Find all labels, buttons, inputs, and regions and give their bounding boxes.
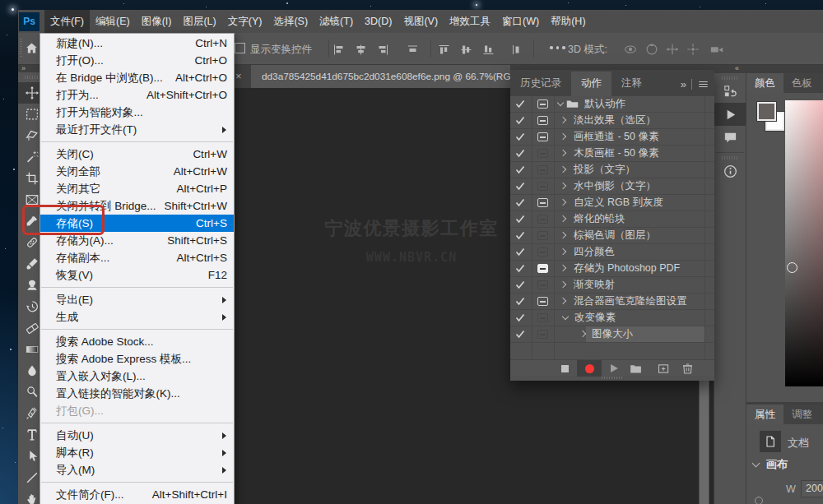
notes-panel-icon[interactable]: [714, 126, 746, 149]
action-expand-icon[interactable]: [560, 133, 566, 140]
action-dialog-toggle[interactable]: [537, 116, 548, 125]
align-a-vcenter-icon[interactable]: [460, 44, 472, 59]
action-row[interactable]: 木质画框 - 50 像素: [510, 146, 714, 162]
photoshop-logo[interactable]: Ps: [19, 12, 40, 31]
action-dialog-toggle[interactable]: [537, 330, 548, 339]
action-enabled-check-icon[interactable]: [515, 231, 525, 240]
align-a-left-icon[interactable]: [332, 44, 345, 59]
action-enabled-check-icon[interactable]: [515, 182, 525, 191]
file-menu-item[interactable]: 关闭其它Alt+Ctrl+P: [40, 180, 234, 197]
file-menu-item[interactable]: 最近打开文件(T): [40, 121, 234, 138]
action-row[interactable]: 图像大小: [510, 326, 714, 343]
action-dialog-toggle[interactable]: [537, 149, 548, 158]
action-dialog-toggle[interactable]: [537, 99, 548, 109]
color-picker-ramp[interactable]: [785, 100, 823, 386]
panel-tab-动作[interactable]: 动作: [571, 72, 611, 96]
stop-recording-button[interactable]: [561, 365, 569, 372]
menubar-item-8[interactable]: 视图(V): [398, 10, 444, 33]
action-row[interactable]: 熔化的铅块: [510, 211, 714, 228]
align-d-v-icon[interactable]: [511, 44, 523, 59]
history-panel-icon[interactable]: [714, 80, 746, 103]
file-menu-item[interactable]: 打开为...Alt+Shift+Ctrl+O: [40, 86, 234, 104]
menubar-item-9[interactable]: 增效工具: [444, 10, 496, 33]
width-input[interactable]: 200: [801, 480, 823, 497]
color-picker-selector[interactable]: [787, 262, 797, 273]
action-expand-icon[interactable]: [579, 331, 586, 337]
3d-roll-icon[interactable]: [644, 42, 659, 60]
menubar-item-2[interactable]: 图像(I): [136, 10, 178, 33]
file-menu-item[interactable]: 搜索 Adobe Express 模板...: [40, 350, 234, 368]
action-enabled-check-icon[interactable]: [515, 280, 525, 289]
action-dialog-toggle[interactable]: [537, 182, 548, 191]
menubar-item-4[interactable]: 文字(Y): [222, 10, 268, 33]
file-menu-item[interactable]: 搜索 Adobe Stock...: [40, 333, 234, 350]
action-enabled-check-icon[interactable]: [515, 215, 525, 224]
color-tab-色板[interactable]: 色板: [783, 73, 821, 93]
menubar-item-6[interactable]: 滤镜(T): [314, 10, 359, 33]
menubar-item-5[interactable]: 选择(S): [267, 10, 314, 33]
canvas-section-chevron-icon[interactable]: [752, 460, 760, 468]
rightcol-collapse-strip[interactable]: [746, 65, 823, 73]
file-menu-item[interactable]: 关闭全部Alt+Ctrl+W: [40, 163, 234, 180]
action-expand-icon[interactable]: [560, 248, 566, 255]
action-row[interactable]: 棕褐色调（图层）: [510, 228, 714, 244]
file-menu-item[interactable]: 导入(M): [40, 461, 234, 479]
action-dialog-toggle[interactable]: [537, 198, 548, 207]
action-enabled-check-icon[interactable]: [515, 264, 525, 273]
action-row[interactable]: 存储为 Photoshop PDF: [510, 261, 714, 277]
file-menu-item[interactable]: 生成: [40, 308, 234, 326]
action-enabled-check-icon[interactable]: [515, 99, 525, 109]
action-dialog-toggle[interactable]: [537, 280, 548, 289]
actions-panel-grip[interactable]: [510, 376, 714, 381]
action-enabled-check-icon[interactable]: [515, 330, 525, 339]
align-d-h-icon[interactable]: [407, 44, 419, 59]
action-expand-icon[interactable]: [562, 313, 569, 320]
document-tab-close-icon[interactable]: ×: [235, 70, 242, 82]
align-a-top-icon[interactable]: [438, 44, 450, 59]
menubar-item-11[interactable]: 帮助(H): [545, 10, 591, 33]
3d-slide-icon[interactable]: [686, 42, 700, 60]
action-expand-icon[interactable]: [560, 199, 566, 206]
color-tab-颜色[interactable]: 颜色: [746, 73, 783, 93]
actions-panel-icon[interactable]: [714, 103, 746, 126]
action-expand-icon[interactable]: [560, 281, 566, 288]
action-dialog-toggle[interactable]: [537, 264, 548, 273]
action-enabled-check-icon[interactable]: [515, 297, 525, 306]
action-row[interactable]: 渐变映射: [510, 277, 714, 294]
file-menu-item[interactable]: 脚本(R): [40, 444, 234, 461]
menubar-item-3[interactable]: 图层(L): [177, 10, 221, 33]
file-menu-item[interactable]: 存储副本...Alt+Ctrl+S: [40, 249, 234, 266]
panel-expand-icon[interactable]: »: [681, 78, 686, 90]
action-expand-icon[interactable]: [560, 215, 566, 222]
link-dimensions-icon[interactable]: [755, 497, 763, 504]
action-enabled-check-icon[interactable]: [515, 116, 525, 125]
action-expand-icon[interactable]: [560, 265, 566, 271]
file-menu-item[interactable]: 打开(O)...Ctrl+O: [40, 52, 234, 69]
info-panel-icon[interactable]: [714, 160, 746, 183]
file-menu-item[interactable]: 新建(N)...Ctrl+N: [40, 35, 234, 52]
record-button[interactable]: [577, 360, 602, 377]
3d-pan-icon[interactable]: [665, 42, 680, 60]
dock-collapse-strip[interactable]: «: [714, 65, 746, 73]
align-a-right-icon[interactable]: [377, 44, 389, 59]
toolbar-grip[interactable]: [25, 76, 40, 79]
action-enabled-check-icon[interactable]: [515, 149, 525, 158]
action-row[interactable]: 默认动作: [510, 96, 714, 113]
menubar-item-10[interactable]: 窗口(W): [496, 10, 545, 33]
action-expand-icon[interactable]: [560, 232, 566, 238]
file-menu-item[interactable]: 恢复(V)F12: [40, 266, 234, 284]
action-enabled-check-icon[interactable]: [515, 313, 525, 322]
action-row[interactable]: 投影（文字）: [510, 162, 714, 178]
file-menu-item[interactable]: 置入嵌入对象(L)...: [40, 368, 234, 385]
action-expand-icon[interactable]: [560, 183, 566, 189]
menubar-item-7[interactable]: 3D(D): [359, 10, 398, 33]
action-dialog-toggle[interactable]: [537, 215, 548, 224]
action-row[interactable]: 四分颜色: [510, 244, 714, 261]
file-menu-item[interactable]: 关闭(C)Ctrl+W: [40, 146, 234, 163]
foreground-color-swatch[interactable]: [757, 102, 776, 121]
props-tab-调整[interactable]: 调整: [783, 405, 821, 424]
action-row[interactable]: 混合器画笔克隆绘图设置: [510, 294, 714, 310]
document-tab[interactable]: dd3a785425d41d675bc2d031e608ef6e.png @ 6…: [251, 65, 510, 88]
align-a-hcenter-icon[interactable]: [355, 44, 367, 59]
optionsbar-grip[interactable]: [20, 39, 22, 58]
